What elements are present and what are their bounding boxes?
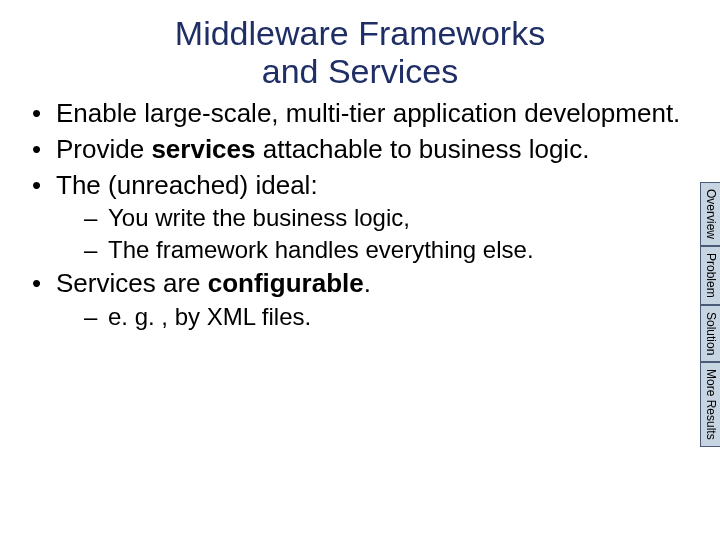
bullet-3-sub-1-text: You write the business logic, xyxy=(108,204,410,231)
bullet-4-sub-1-text: e. g. , by XML files. xyxy=(108,303,311,330)
bullet-1-text: Enable large-scale, multi-tier applicati… xyxy=(56,98,680,128)
slide-body: Enable large-scale, multi-tier applicati… xyxy=(0,90,720,331)
bullet-3: The (unreached) ideal: You write the bus… xyxy=(30,170,690,264)
title-line-1: Middleware Frameworks xyxy=(175,14,545,52)
tab-solution[interactable]: Solution xyxy=(700,305,720,362)
side-tabs: Overview Problem Solution More Results xyxy=(700,182,720,447)
bullet-3-text: The (unreached) ideal: xyxy=(56,170,318,200)
bullet-2-text-c: attachable to business logic. xyxy=(256,134,590,164)
bullet-3-sub-2-text: The framework handles everything else. xyxy=(108,236,534,263)
bullet-3-sub-1: You write the business logic, xyxy=(56,203,690,232)
tab-problem[interactable]: Problem xyxy=(700,246,720,305)
bullet-1: Enable large-scale, multi-tier applicati… xyxy=(30,98,690,130)
slide-title: Middleware Frameworks and Services xyxy=(0,0,720,90)
bullet-4-text-a: Services are xyxy=(56,268,208,298)
slide: Middleware Frameworks and Services Enabl… xyxy=(0,0,720,540)
tab-overview[interactable]: Overview xyxy=(700,182,720,246)
bullet-3-sub-2: The framework handles everything else. xyxy=(56,235,690,264)
tab-more-results[interactable]: More Results xyxy=(700,362,720,447)
bullet-4: Services are configurable. e. g. , by XM… xyxy=(30,268,690,331)
bullet-2: Provide services attachable to business … xyxy=(30,134,690,166)
bullet-2-text-a: Provide xyxy=(56,134,151,164)
title-line-2: and Services xyxy=(262,52,459,90)
bullet-4-sub-1: e. g. , by XML files. xyxy=(56,302,690,331)
bullet-4-text-b: configurable xyxy=(208,268,364,298)
bullet-2-text-b: services xyxy=(151,134,255,164)
bullet-4-text-c: . xyxy=(364,268,371,298)
